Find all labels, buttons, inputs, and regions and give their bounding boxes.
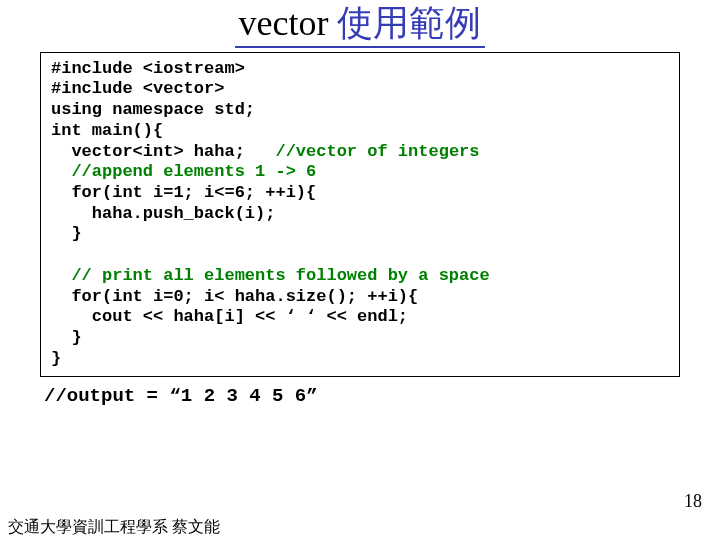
slide-title: vector 使用範例 [0, 4, 720, 48]
code-line: haha.push_back(i); [51, 204, 275, 223]
code-comment: //append elements 1 -> 6 [51, 162, 316, 181]
output-line: //output = “1 2 3 4 5 6” [44, 385, 680, 407]
footer-text: 交通大學資訓工程學系 蔡文能 [8, 517, 220, 538]
code-line: } [51, 224, 82, 243]
code-line: vector<int> haha; [51, 142, 245, 161]
code-line: for(int i=1; i<=6; ++i){ [51, 183, 316, 202]
page-number: 18 [684, 491, 702, 512]
slide: vector 使用範例 #include <iostream> #include… [0, 4, 720, 540]
code-line: } [51, 328, 82, 347]
code-comment: //vector of integers [245, 142, 480, 161]
code-comment: // print all elements followed by a spac… [51, 266, 490, 285]
code-line: cout << haha[i] << ‘ ‘ << endl; [51, 307, 408, 326]
code-line: #include <vector> [51, 79, 224, 98]
title-zh: 使用範例 [337, 3, 481, 43]
title-en: vector [239, 3, 329, 43]
code-line: using namespace std; [51, 100, 255, 119]
code-line: int main(){ [51, 121, 163, 140]
code-line: for(int i=0; i< haha.size(); ++i){ [51, 287, 418, 306]
code-line: } [51, 349, 61, 368]
title-underline: vector 使用範例 [235, 4, 486, 48]
code-line: #include <iostream> [51, 59, 245, 78]
code-box: #include <iostream> #include <vector> us… [40, 52, 680, 377]
